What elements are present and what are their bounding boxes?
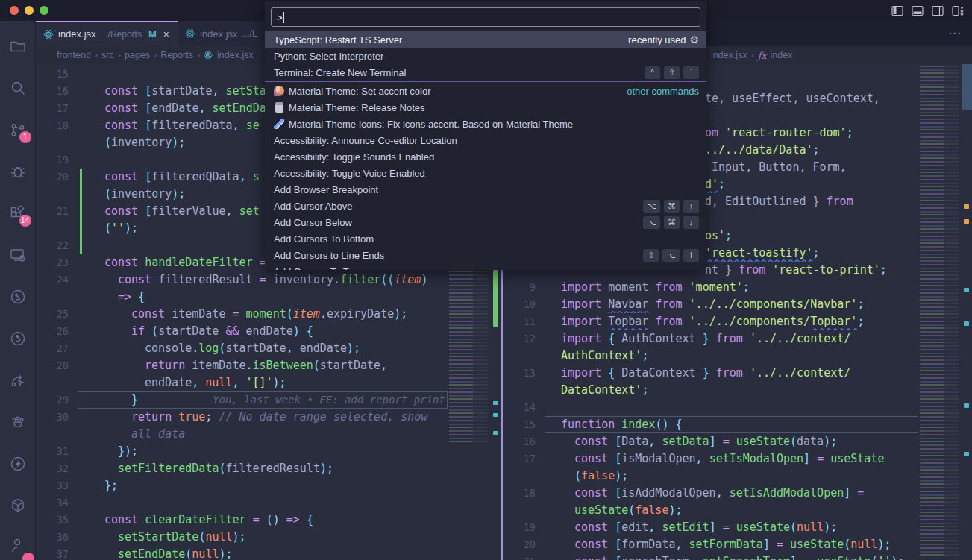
code-line[interactable]: 32setFilteredData(filteredResult); <box>36 460 448 477</box>
gear-icon[interactable]: ⚙ <box>689 34 699 45</box>
codestream-icon[interactable] <box>0 401 36 443</box>
command-item[interactable]: Terminal: Create New Terminal^⇧` <box>265 64 706 81</box>
code-line[interactable]: useState(false); <box>503 502 918 519</box>
code-line[interactable]: 25const itemDate = moment(item.expiryDat… <box>36 306 448 323</box>
code-line[interactable]: 30return true; // No date range selected… <box>36 409 448 426</box>
code-line[interactable]: 24const filteredResult = inventory.filte… <box>36 271 448 289</box>
breadcrumb-item[interactable]: src <box>101 50 114 60</box>
close-window-icon[interactable] <box>10 6 19 15</box>
thunder-client-icon[interactable] <box>0 443 36 485</box>
react-file-icon <box>204 51 213 60</box>
breadcrumb-item[interactable]: pages <box>125 50 150 60</box>
command-item[interactable]: Accessibility: Toggle Voice Enabled <box>265 165 706 181</box>
command-label: Add Browser Breakpoint <box>274 184 378 195</box>
command-item[interactable]: Add Cursors To Bottom <box>265 230 706 247</box>
code-line[interactable]: 29}You, last week • FE: add report print… <box>36 391 448 409</box>
command-item[interactable]: Add Cursor Below⌥⌘↓ <box>265 214 706 230</box>
command-input[interactable]: > <box>271 7 700 27</box>
code-line[interactable]: 33}; <box>36 477 448 494</box>
live-share-icon[interactable] <box>0 359 36 401</box>
tab-index-jsx-reports[interactable]: index.jsx .../Reports M × <box>36 21 178 46</box>
code-line[interactable]: 16const [Data, setData] = useState(data)… <box>503 433 918 450</box>
code-line[interactable]: 9import moment from 'moment'; <box>503 279 918 296</box>
command-item[interactable]: Material Theme Icons: Fix icons accent. … <box>265 116 706 132</box>
line-number: 29 <box>36 391 78 409</box>
keybinding-key: ⇧ <box>643 249 659 262</box>
code-line[interactable]: 15function index() { <box>503 416 918 433</box>
code-line[interactable]: 17const [isModalOpen, setIsModalOpen] = … <box>503 450 918 468</box>
toggle-sidebar-icon[interactable] <box>891 5 903 16</box>
extensions-icon[interactable]: 14 <box>0 192 36 234</box>
code-line[interactable]: 20const [formData, setFormData] = useSta… <box>503 536 918 553</box>
command-item[interactable]: Python: Select Interpreter <box>265 48 706 64</box>
customize-layout-icon[interactable] <box>952 5 965 16</box>
tab-index-jsx-other[interactable]: index.jsx .../L <box>178 21 275 46</box>
code-line[interactable]: DataContext'; <box>503 382 918 399</box>
command-item[interactable]: Add Cursors to Line Ends⇧⌥I <box>265 247 706 263</box>
code-line[interactable]: 10import Navbar from '../../components/N… <box>503 296 918 313</box>
code-line[interactable]: 12import { AuthContext } from '../../con… <box>503 330 918 347</box>
minimap-right[interactable] <box>918 64 962 560</box>
code-line[interactable]: 34 <box>36 494 448 512</box>
command-item[interactable]: Material Theme: Release Notes <box>265 99 706 116</box>
command-item[interactable]: Add Browser Breakpoint <box>265 181 706 198</box>
code-line[interactable]: 35const clearDateFilter = () => { <box>36 512 448 529</box>
breadcrumb-item[interactable]: Reports <box>160 50 193 60</box>
scrollbar-slider[interactable] <box>962 64 972 110</box>
keybinding-key: ↓ <box>683 216 699 229</box>
source-control-icon[interactable]: 1 <box>0 109 36 151</box>
code-line[interactable]: (false); <box>503 468 918 485</box>
command-label: Material Theme: Set accent color <box>289 86 431 97</box>
code-line[interactable]: 14 <box>503 399 918 416</box>
line-number: 10 <box>503 296 545 313</box>
command-item[interactable]: Accessibility: Toggle Sounds Enabled <box>265 148 706 165</box>
debug-icon[interactable] <box>0 151 36 192</box>
toggle-panel-icon[interactable] <box>912 5 924 16</box>
code-line[interactable]: 37setEndDate(null); <box>36 546 448 560</box>
command-item[interactable]: Add Cursors To Top <box>265 263 706 270</box>
tab-close-icon[interactable]: × <box>163 28 169 40</box>
account-icon[interactable] <box>0 530 36 560</box>
code-line[interactable]: 19const [edit, setEdit] = useState(null)… <box>503 519 918 536</box>
remote-explorer-icon[interactable] <box>0 234 36 276</box>
palette-group-separator <box>265 81 706 82</box>
toggle-secondary-sidebar-icon[interactable] <box>932 5 944 16</box>
line-number <box>503 468 545 485</box>
code-line[interactable]: AuthContext'; <box>503 347 918 365</box>
breadcrumb-item[interactable]: frontend <box>57 50 91 60</box>
code-line[interactable]: endDate, null, '[]'); <box>36 374 448 391</box>
line-number: 28 <box>36 357 78 374</box>
code-line[interactable]: 11import Topbar from '../../components/T… <box>503 313 918 330</box>
other-commands-link[interactable]: other commands <box>627 86 699 97</box>
maximize-window-icon[interactable] <box>40 6 48 15</box>
command-item[interactable]: Material Theme: Set accent colorother co… <box>265 83 706 99</box>
line-number: 25 <box>36 306 78 323</box>
line-number: 16 <box>36 83 78 100</box>
code-line[interactable]: all data <box>36 426 448 443</box>
docker-icon[interactable] <box>0 485 36 526</box>
code-line[interactable]: 31}); <box>36 443 448 460</box>
code-line[interactable]: 26if (startDate && endDate) { <box>36 323 448 340</box>
code-line[interactable]: 21const [searchTerm, setSearchTerm] = us… <box>503 553 918 560</box>
code-line[interactable]: 27console.log(startDate, endDate); <box>36 340 448 357</box>
breadcrumb-item[interactable]: index.jsx <box>711 50 747 60</box>
minimize-window-icon[interactable] <box>25 6 34 15</box>
code-line[interactable]: => { <box>36 289 448 306</box>
tab-label: index.jsx <box>58 28 96 40</box>
breadcrumb-symbol[interactable]: index <box>771 50 793 60</box>
code-line[interactable]: 13import { DataContext } from '../../con… <box>503 365 918 382</box>
command-item[interactable]: Add Cursor Above⌥⌘↑ <box>265 198 706 214</box>
command-item[interactable]: TypeScript: Restart TS Serverrecently us… <box>265 31 706 48</box>
code-line[interactable]: 28return itemDate.isBetween(startDate, <box>36 357 448 374</box>
tab-git-modified: M <box>148 28 157 40</box>
search-icon[interactable] <box>0 67 36 109</box>
code-line[interactable]: 36setStartDate(null); <box>36 529 448 546</box>
line-number <box>36 186 78 203</box>
breadcrumb-item[interactable]: index.jsx <box>217 50 254 60</box>
command-item[interactable]: Accessibility: Announce Co-editor Locati… <box>265 132 706 148</box>
more-actions-icon[interactable]: ⋯ <box>948 25 962 41</box>
test-explorer-icon[interactable] <box>0 276 36 318</box>
explorer-icon[interactable] <box>0 25 36 67</box>
code-line[interactable]: 18const [isAddModalOpen, setIsAddModalOp… <box>503 485 918 502</box>
timeline-icon[interactable] <box>0 318 36 359</box>
